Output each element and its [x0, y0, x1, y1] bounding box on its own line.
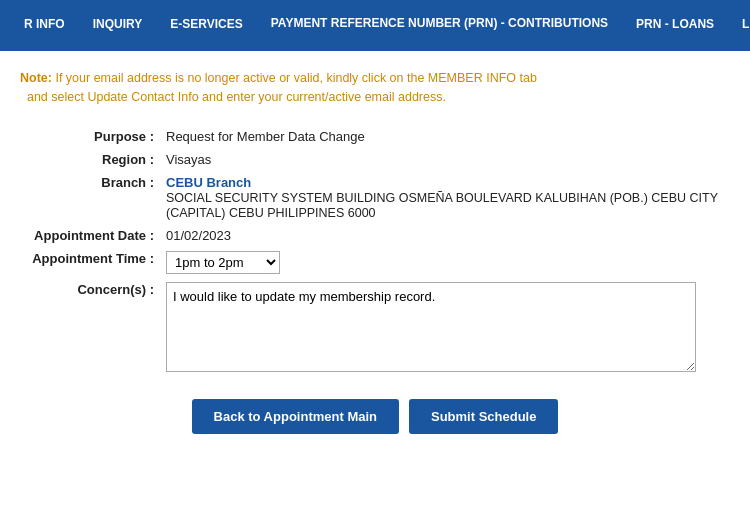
back-button[interactable]: Back to Appointment Main	[192, 399, 399, 434]
purpose-value: Request for Member Data Change	[160, 125, 730, 148]
nav-member-info[interactable]: R INFO	[10, 0, 79, 48]
appointment-form: Purpose : Request for Member Data Change…	[20, 125, 730, 379]
region-row: Region : Visayas	[20, 148, 730, 171]
branch-value: CEBU Branch SOCIAL SECURITY SYSTEM BUILD…	[160, 171, 730, 224]
action-buttons: Back to Appointment Main Submit Schedule	[20, 399, 730, 434]
purpose-label: Purpose :	[20, 125, 160, 148]
branch-row: Branch : CEBU Branch SOCIAL SECURITY SYS…	[20, 171, 730, 224]
appt-date-label: Appointment Date :	[20, 224, 160, 247]
concerns-cell	[160, 278, 730, 379]
region-label: Region :	[20, 148, 160, 171]
nav-prn-loans[interactable]: PRN - LOANS	[622, 0, 728, 48]
nav-prn-contributions[interactable]: PAYMENT REFERENCE NUMBER (PRN) - CONTRIB…	[257, 0, 622, 48]
concerns-label: Concern(s) :	[20, 278, 160, 379]
branch-name: CEBU Branch	[166, 175, 251, 190]
appt-time-select[interactable]: 1pm to 2pm2pm to 3pm3pm to 4pm9am to 10a…	[166, 251, 280, 274]
note-label: Note:	[20, 71, 52, 85]
concerns-row: Concern(s) :	[20, 278, 730, 379]
nav-logout[interactable]: LOGOUT	[728, 0, 750, 48]
main-content: Note: If your email address is no longer…	[0, 51, 750, 454]
appt-time-row: Appointment Time : 1pm to 2pm2pm to 3pm3…	[20, 247, 730, 278]
submit-button[interactable]: Submit Schedule	[409, 399, 558, 434]
branch-address: SOCIAL SECURITY SYSTEM BUILDING OSMEÑA B…	[166, 191, 718, 220]
navigation: R INFO INQUIRY E-SERVICES PAYMENT REFERE…	[0, 0, 750, 48]
nav-eservices[interactable]: E-SERVICES	[156, 0, 256, 48]
appt-date-value: 01/02/2023	[160, 224, 730, 247]
appt-date-row: Appointment Date : 01/02/2023	[20, 224, 730, 247]
appt-time-label: Appointment Time :	[20, 247, 160, 278]
purpose-row: Purpose : Request for Member Data Change	[20, 125, 730, 148]
appt-time-cell: 1pm to 2pm2pm to 3pm3pm to 4pm9am to 10a…	[160, 247, 730, 278]
branch-label: Branch :	[20, 171, 160, 224]
concerns-textarea[interactable]	[166, 282, 696, 372]
note-text: If your email address is no longer activ…	[20, 71, 537, 104]
nav-inquiry[interactable]: INQUIRY	[79, 0, 157, 48]
region-value: Visayas	[160, 148, 730, 171]
note-section: Note: If your email address is no longer…	[20, 69, 730, 107]
